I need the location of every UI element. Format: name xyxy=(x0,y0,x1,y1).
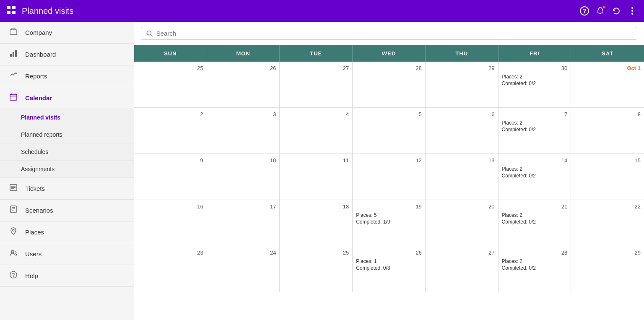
calendar-cell[interactable]: 3 xyxy=(207,108,280,154)
calendar-cell[interactable]: 27 xyxy=(280,62,353,108)
cal-date-label: 16 xyxy=(138,203,203,210)
calendar-cell[interactable]: 7Places: 2Completed: 0/2 xyxy=(499,108,571,154)
calendar-sub-menu: Planned visits Planned reports Schedules… xyxy=(0,109,134,178)
places-icon xyxy=(8,227,18,237)
sidebar-item-reports[interactable]: Reports xyxy=(0,65,134,87)
calendar-cell[interactable]: 15 xyxy=(571,154,644,200)
svg-point-6 xyxy=(631,7,633,9)
cal-date-label: 17 xyxy=(210,203,276,210)
calendar-cell[interactable]: 25 xyxy=(280,246,353,292)
calendar-cell[interactable]: 13 xyxy=(426,154,499,200)
calendar-cell[interactable]: 12 xyxy=(353,154,426,200)
calendar-cell[interactable]: 21Places: 2Completed: 0/2 xyxy=(499,200,571,246)
sidebar-item-scenarios[interactable]: Scenarios xyxy=(0,200,134,221)
planned-reports-label: Planned reports xyxy=(21,131,62,138)
svg-rect-10 xyxy=(10,54,12,57)
sidebar-label-help: Help xyxy=(25,272,38,279)
calendar-cell[interactable]: 29 xyxy=(571,246,644,292)
calendar-cell[interactable]: 26 xyxy=(207,62,280,108)
calendar-cell[interactable]: 4 xyxy=(280,108,353,154)
sidebar-item-planned-visits[interactable]: Planned visits xyxy=(0,109,134,126)
calendar-cell[interactable]: 27 xyxy=(426,246,499,292)
grid-icon[interactable] xyxy=(7,5,16,16)
help-icon[interactable]: ? xyxy=(579,6,589,16)
sidebar-item-schedules[interactable]: Schedules xyxy=(0,143,134,161)
sidebar-item-planned-reports[interactable]: Planned reports xyxy=(0,126,134,143)
sidebar-item-company[interactable]: Company xyxy=(0,22,134,44)
svg-rect-0 xyxy=(7,6,10,9)
cal-date-label: 5 xyxy=(356,111,422,117)
calendar: SUN MON TUE WED THU FRI SAT 252627282930… xyxy=(134,45,644,320)
calendar-cell[interactable]: 5 xyxy=(353,108,426,154)
content-area: SUN MON TUE WED THU FRI SAT 252627282930… xyxy=(134,22,644,320)
calendar-cell[interactable]: 23 xyxy=(134,246,207,292)
calendar-cell[interactable]: 6 xyxy=(426,108,499,154)
svg-rect-11 xyxy=(13,52,14,57)
cal-date-label: 13 xyxy=(429,157,495,164)
svg-rect-2 xyxy=(7,11,10,14)
scenarios-icon xyxy=(8,206,18,215)
sidebar-item-help[interactable]: ? Help xyxy=(0,265,134,287)
cal-date-label: 14 xyxy=(502,157,568,164)
svg-point-26 xyxy=(11,250,14,253)
planned-visits-label: Planned visits xyxy=(21,114,60,121)
refresh-icon[interactable] xyxy=(611,6,621,16)
calendar-cell[interactable]: 18 xyxy=(280,200,353,246)
users-icon xyxy=(8,249,18,259)
cal-cell-info: Places: 2Completed: 0/2 xyxy=(502,120,568,133)
sidebar-item-tickets[interactable]: Tickets xyxy=(0,178,134,200)
cal-cell-info: Places: 5Completed: 1/9 xyxy=(356,212,422,225)
calendar-cell[interactable]: 14Places: 2Completed: 0/2 xyxy=(499,154,571,200)
calendar-cell[interactable]: 16 xyxy=(134,200,207,246)
reports-icon xyxy=(8,71,18,81)
calendar-cell[interactable]: 9 xyxy=(134,154,207,200)
search-input-wrapper[interactable] xyxy=(141,27,637,40)
calendar-cell[interactable]: 24 xyxy=(207,246,280,292)
sidebar-label-places: Places xyxy=(25,229,44,236)
calendar-cell[interactable]: 19Places: 5Completed: 1/9 xyxy=(353,200,426,246)
sidebar-label-calendar: Calendar xyxy=(25,94,52,101)
topbar: Planned visits ? xyxy=(0,0,644,22)
schedules-label: Schedules xyxy=(21,148,48,155)
svg-rect-3 xyxy=(12,11,16,14)
calendar-cell[interactable]: 17 xyxy=(207,200,280,246)
calendar-header: SUN MON TUE WED THU FRI SAT xyxy=(134,45,644,62)
calendar-cell[interactable]: 22 xyxy=(571,200,644,246)
svg-rect-12 xyxy=(15,50,17,57)
cal-date-label: 10 xyxy=(210,157,276,164)
sidebar-item-users[interactable]: Users xyxy=(0,243,134,265)
calendar-cell[interactable]: 20 xyxy=(426,200,499,246)
header-tue: TUE xyxy=(280,45,353,62)
calendar-cell[interactable]: 10 xyxy=(207,154,280,200)
sidebar-item-places[interactable]: Places xyxy=(0,221,134,243)
cal-date-label: 29 xyxy=(574,250,641,256)
calendar-cell[interactable]: 8 xyxy=(571,108,644,154)
sidebar-item-assignments[interactable]: Assignments xyxy=(0,161,134,178)
calendar-cell[interactable]: 28Places: 2Completed: 0/2 xyxy=(499,246,571,292)
search-input[interactable] xyxy=(156,30,632,37)
sidebar-item-dashboard[interactable]: Dashboard xyxy=(0,44,134,65)
svg-rect-1 xyxy=(12,6,16,9)
calendar-cell[interactable]: 11 xyxy=(280,154,353,200)
calendar-cell[interactable]: Oct 1 xyxy=(571,62,644,108)
calendar-cell[interactable]: 28 xyxy=(353,62,426,108)
calendar-cell[interactable]: 30Places: 2Completed: 0/2 xyxy=(499,62,571,108)
sidebar-label-reports: Reports xyxy=(25,73,47,80)
svg-line-30 xyxy=(151,34,152,36)
calendar-cell[interactable]: 2 xyxy=(134,108,207,154)
main-layout: Company Dashboard Reports xyxy=(0,22,644,320)
cal-date-label: 27 xyxy=(283,65,349,71)
calendar-cell[interactable]: 26Places: 1Completed: 0/3 xyxy=(353,246,426,292)
calendar-cell[interactable]: 25 xyxy=(134,62,207,108)
cal-date-label: 7 xyxy=(502,111,568,117)
sidebar: Company Dashboard Reports xyxy=(0,22,134,320)
calendar-cell[interactable]: 29 xyxy=(426,62,499,108)
more-options-icon[interactable] xyxy=(627,6,637,16)
svg-rect-13 xyxy=(10,94,17,100)
sidebar-item-calendar[interactable]: Calendar xyxy=(0,87,134,109)
cal-date-label: 26 xyxy=(356,250,422,256)
notification-icon[interactable] xyxy=(595,6,605,16)
svg-point-29 xyxy=(147,31,151,35)
cal-date-label: 15 xyxy=(574,157,641,164)
header-sat: SAT xyxy=(571,45,644,62)
